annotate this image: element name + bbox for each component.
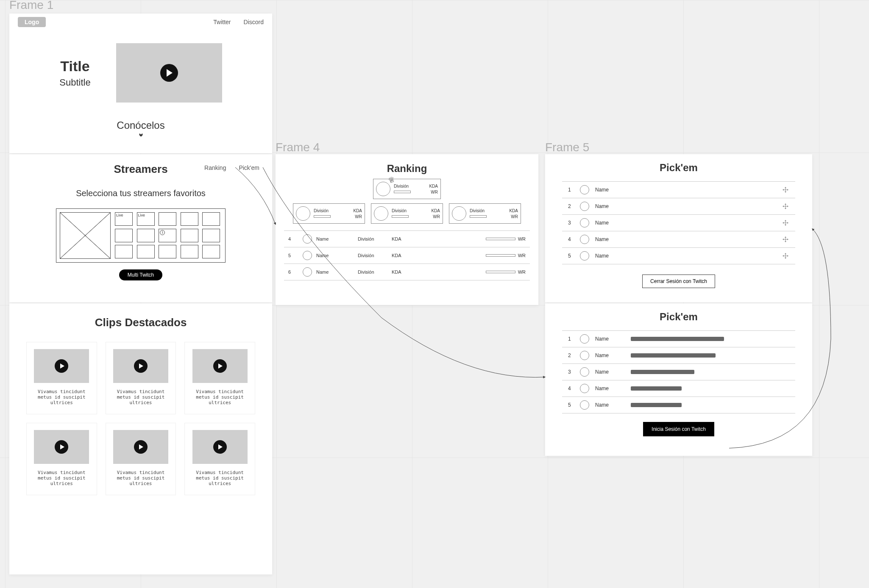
clip-card[interactable]: Vivamus tincidunt metus id suscipit ultr…: [184, 423, 255, 495]
clip-card[interactable]: Vivamus tincidunt metus id suscipit ultr…: [184, 342, 255, 414]
clip-thumb: [34, 430, 89, 464]
rank-row[interactable]: 6 Name División KDA WR: [284, 264, 530, 280]
pickem-row[interactable]: 3 Name: [562, 215, 795, 231]
pickem-row[interactable]: 4 Name: [562, 231, 795, 248]
featured-thumb[interactable]: [60, 212, 111, 259]
chevron-down-icon[interactable]: ⌄⌄: [9, 131, 272, 136]
streamers-subtitle: Selecciona tus streamers favoritos: [9, 189, 272, 198]
multi-twitch-button[interactable]: Multi Twitch: [119, 269, 162, 280]
move-icon[interactable]: [782, 186, 789, 194]
pickem-row[interactable]: 5 Name: [562, 248, 795, 264]
thumb-live[interactable]: Live: [137, 212, 155, 226]
move-icon[interactable]: [782, 219, 789, 227]
rank-card[interactable]: DivisiónKDA WR: [449, 203, 521, 224]
rank-row[interactable]: 4 Name División KDA WR: [284, 231, 530, 247]
link-twitter[interactable]: Twitter: [213, 19, 231, 25]
thumb[interactable]: [115, 229, 133, 242]
clip-caption: Vivamus tincidunt metus id suscipit ultr…: [185, 468, 255, 488]
pick-name: Name: [595, 236, 621, 242]
score-bar: [631, 370, 694, 374]
pick-position: 5: [568, 402, 574, 408]
ranking-title: Ranking: [276, 154, 538, 175]
clip-thumb: [34, 349, 89, 383]
thumb[interactable]: [137, 229, 155, 242]
frame-label-1: Frame 1: [9, 0, 53, 12]
clip-card[interactable]: Vivamus tincidunt metus id suscipit ultr…: [26, 342, 97, 414]
pick-position: 2: [568, 203, 574, 209]
thumb[interactable]: [115, 245, 133, 258]
score-bar: [631, 353, 716, 358]
wr-label: WR: [433, 214, 440, 219]
pickem-row: 4 Name: [562, 380, 795, 397]
avatar: [580, 185, 589, 194]
rank-card[interactable]: DivisiónKDA WR: [293, 203, 365, 224]
progress-bar: [314, 215, 331, 218]
link-pickem[interactable]: Pick'em: [239, 164, 259, 171]
pick-position: 1: [568, 187, 574, 193]
kda-label: KDA: [509, 208, 518, 213]
thumb[interactable]: [159, 212, 176, 226]
clip-caption: Vivamus tincidunt metus id suscipit ultr…: [27, 468, 97, 488]
score-bar: [631, 386, 682, 391]
thumb[interactable]: 1: [159, 229, 176, 242]
pickem-row[interactable]: 2 Name: [562, 198, 795, 215]
progress-bar: [486, 254, 515, 257]
frame-1: Logo Twitter Discord Title Subtitle Conó…: [9, 14, 272, 153]
pickem-row: 3 Name: [562, 364, 795, 380]
pickem-row: 1 Name: [562, 331, 795, 347]
badge: 1: [160, 230, 165, 235]
move-icon[interactable]: [782, 202, 789, 210]
clip-caption: Vivamus tincidunt metus id suscipit ultr…: [106, 387, 176, 407]
thumb[interactable]: [159, 245, 176, 258]
kda-label: KDA: [429, 184, 438, 189]
move-icon[interactable]: [782, 252, 789, 260]
pickem-row[interactable]: 1 Name: [562, 182, 795, 198]
avatar: [303, 267, 312, 277]
clip-caption: Vivamus tincidunt metus id suscipit ultr…: [185, 387, 255, 407]
avatar: [303, 251, 312, 260]
link-discord[interactable]: Discord: [244, 19, 264, 25]
thumb-live[interactable]: Live: [115, 212, 133, 226]
thumb[interactable]: [202, 229, 220, 242]
pick-position: 5: [568, 253, 574, 259]
rank-card[interactable]: DivisiónKDA WR: [371, 203, 443, 224]
pickem-row: 5 Name: [562, 397, 795, 413]
thumb[interactable]: [137, 245, 155, 258]
hero-title: Title: [59, 58, 90, 75]
frame-4: Ranking ♕ División KDA WR DivisiónKDA WR…: [276, 154, 538, 305]
pick-position: 1: [568, 336, 574, 342]
pick-name: Name: [595, 336, 621, 342]
thumb[interactable]: [181, 229, 198, 242]
avatar: [376, 182, 390, 196]
frame-6: Pick'em 1 Name 2 Name 3 Name 4 Name 5 Na…: [545, 303, 812, 456]
rank-row[interactable]: 5 Name División KDA WR: [284, 247, 530, 264]
link-ranking[interactable]: Ranking: [204, 164, 226, 171]
move-icon[interactable]: [782, 236, 789, 243]
clip-card[interactable]: Vivamus tincidunt metus id suscipit ultr…: [26, 423, 97, 495]
rank-top-card[interactable]: División KDA WR: [373, 179, 441, 199]
avatar: [580, 202, 589, 211]
clips-title: Clips Destacados: [9, 303, 272, 329]
play-icon: [55, 440, 68, 454]
video-placeholder[interactable]: [116, 43, 222, 103]
thumb[interactable]: [202, 212, 220, 226]
logo-button[interactable]: Logo: [18, 17, 46, 27]
frame-5: Pick'em 1 Name 2 Name 3 Name 4 Name 5 Na…: [545, 154, 812, 302]
login-twitch-button[interactable]: Inicia Sesión con Twitch: [643, 422, 714, 436]
clip-card[interactable]: Vivamus tincidunt metus id suscipit ultr…: [106, 342, 176, 414]
division-label: División: [470, 208, 485, 213]
pick-name: Name: [595, 203, 621, 209]
pick-name: Name: [595, 386, 621, 391]
avatar: [303, 234, 312, 244]
hero-subtitle: Subtitle: [59, 77, 90, 88]
clip-thumb: [113, 349, 168, 383]
thumb[interactable]: [202, 245, 220, 258]
logout-twitch-button[interactable]: Cerrar Sesión con Twitch: [642, 275, 715, 288]
frame-3: Clips Destacados Vivamus tincidunt metus…: [9, 303, 272, 574]
thumb[interactable]: [181, 212, 198, 226]
avatar: [580, 235, 589, 244]
clip-card[interactable]: Vivamus tincidunt metus id suscipit ultr…: [106, 423, 176, 495]
thumb[interactable]: [181, 245, 198, 258]
avatar: [580, 334, 589, 344]
avatar: [580, 351, 589, 360]
